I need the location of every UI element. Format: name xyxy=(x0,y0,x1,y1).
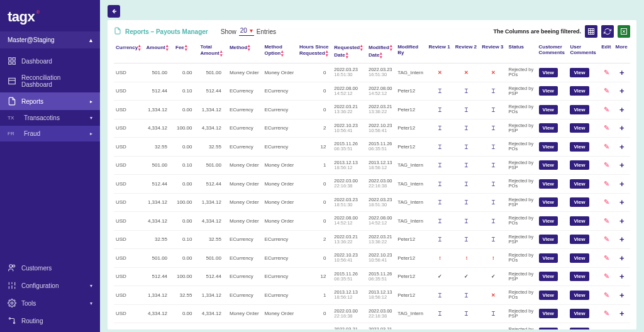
more-icon[interactable]: + xyxy=(619,68,625,77)
cell-edit: ✎ xyxy=(599,175,613,194)
edit-icon[interactable]: ✎ xyxy=(604,272,609,280)
col-modified[interactable]: Modified▴▾Date▴▾ xyxy=(367,40,396,64)
view-customer-button[interactable]: View xyxy=(539,142,558,152)
more-icon[interactable]: + xyxy=(619,105,625,114)
view-user-button[interactable]: View xyxy=(570,68,589,77)
view-customer-button[interactable]: View xyxy=(539,216,558,226)
col-method[interactable]: Method▴▾ xyxy=(228,40,262,64)
view-user-button[interactable]: View xyxy=(570,290,589,300)
edit-icon[interactable]: ✎ xyxy=(604,161,609,169)
edit-icon[interactable]: ✎ xyxy=(604,254,609,262)
col-total[interactable]: TotalAmount▴▾ xyxy=(198,40,227,64)
more-icon[interactable]: + xyxy=(619,160,625,170)
view-customer-button[interactable]: View xyxy=(539,309,558,318)
cell-rev2: ⌶ xyxy=(453,119,480,138)
more-icon[interactable]: + xyxy=(619,253,625,263)
col-fee[interactable]: Fee▴▾ xyxy=(174,40,198,64)
view-customer-button[interactable]: View xyxy=(539,105,558,114)
nav-configuration[interactable]: Configuration ▾ xyxy=(0,277,100,294)
col-hours[interactable]: Hours SinceRequested▴▾ xyxy=(297,40,332,64)
view-user-button[interactable]: View xyxy=(570,272,589,281)
col-review2[interactable]: Review 2 xyxy=(453,40,480,64)
edit-icon[interactable]: ✎ xyxy=(604,291,609,299)
view-customer-button[interactable]: View xyxy=(539,86,558,96)
col-requested[interactable]: Requested▴▾Date▴▾ xyxy=(332,40,367,64)
refresh-button[interactable] xyxy=(601,25,614,38)
col-amount[interactable]: Amount▴▾ xyxy=(145,40,174,64)
export-excel-button[interactable] xyxy=(618,25,630,38)
view-user-button[interactable]: View xyxy=(570,235,589,244)
col-review3[interactable]: Review 3 xyxy=(480,40,506,64)
view-customer-button[interactable]: View xyxy=(539,272,558,281)
reject-icon: ✕ xyxy=(491,70,496,75)
view-user-button[interactable]: View xyxy=(570,253,589,263)
nav-dashboard[interactable]: Dashboard xyxy=(0,52,100,70)
view-user-button[interactable]: View xyxy=(570,142,589,152)
more-icon[interactable]: + xyxy=(619,290,625,300)
col-user-comments[interactable]: UserComments xyxy=(568,40,599,64)
svg-rect-1 xyxy=(13,58,15,60)
view-user-button[interactable]: View xyxy=(570,160,589,170)
edit-icon[interactable]: ✎ xyxy=(604,180,609,187)
col-review1[interactable]: Review 1 xyxy=(426,40,453,64)
view-customer-button[interactable]: View xyxy=(539,197,558,207)
more-icon[interactable]: + xyxy=(619,272,625,281)
view-user-button[interactable]: View xyxy=(570,105,589,114)
nav-recon[interactable]: Reconciliation Dashboard xyxy=(0,70,100,92)
view-user-button[interactable]: View xyxy=(570,309,589,318)
table-wrap[interactable]: Currency▴▾ Amount▴▾ Fee▴▾ TotalAmount▴▾ … xyxy=(108,40,636,329)
main: Reports – Payouts Manager Show 20▾ Entri… xyxy=(100,0,644,332)
nav-routing[interactable]: Routing xyxy=(0,312,100,329)
edit-icon[interactable]: ✎ xyxy=(604,124,609,131)
edit-icon[interactable]: ✎ xyxy=(604,106,609,113)
more-icon[interactable]: + xyxy=(619,197,625,207)
col-method-option[interactable]: MethodOption▴▾ xyxy=(262,40,297,64)
col-edit[interactable]: Edit xyxy=(599,40,613,64)
more-icon[interactable]: + xyxy=(619,142,625,152)
view-customer-button[interactable]: View xyxy=(539,68,558,77)
more-icon[interactable]: + xyxy=(619,235,625,244)
nav-reports[interactable]: Reports ▸ xyxy=(0,92,100,110)
env-selector[interactable]: Master@Staging ▴ xyxy=(0,31,100,48)
view-user-button[interactable]: View xyxy=(570,123,589,133)
report-icon xyxy=(114,27,121,36)
nav-fraud[interactable]: FR Fraud ▸ xyxy=(0,126,100,141)
nav-customers[interactable]: Customers xyxy=(0,259,100,277)
view-customer-button[interactable]: View xyxy=(539,328,558,329)
col-more[interactable]: More xyxy=(613,40,630,64)
edit-icon[interactable]: ✎ xyxy=(604,198,609,206)
edit-icon[interactable]: ✎ xyxy=(604,69,609,76)
nav-tools[interactable]: Tools ▾ xyxy=(0,294,100,312)
edit-icon[interactable]: ✎ xyxy=(604,143,609,150)
col-status[interactable]: Status xyxy=(507,40,537,64)
grid-view-button[interactable] xyxy=(585,25,597,38)
view-customer-button[interactable]: View xyxy=(539,253,558,263)
view-customer-button[interactable]: View xyxy=(539,179,558,189)
more-icon[interactable]: + xyxy=(619,309,625,318)
edit-icon[interactable]: ✎ xyxy=(604,309,609,317)
col-modified-by[interactable]: ModifiedBy xyxy=(396,40,426,64)
more-icon[interactable]: + xyxy=(619,328,625,329)
view-user-button[interactable]: View xyxy=(570,86,589,96)
view-customer-button[interactable]: View xyxy=(539,235,558,244)
nav-transactions[interactable]: TX Transacotins ▾ xyxy=(0,110,100,126)
edit-icon[interactable]: ✎ xyxy=(604,235,609,243)
back-button[interactable] xyxy=(108,5,120,18)
view-user-button[interactable]: View xyxy=(570,179,589,189)
view-customer-button[interactable]: View xyxy=(539,290,558,300)
col-cust-comments[interactable]: CustomerComments xyxy=(537,40,569,64)
view-customer-button[interactable]: View xyxy=(539,123,558,133)
col-currency[interactable]: Currency▴▾ xyxy=(114,40,145,64)
view-customer-button[interactable]: View xyxy=(539,160,558,170)
view-user-button[interactable]: View xyxy=(570,216,589,226)
edit-icon[interactable]: ✎ xyxy=(604,328,609,329)
more-icon[interactable]: + xyxy=(619,179,625,189)
view-user-button[interactable]: View xyxy=(570,197,589,207)
entries-selector[interactable]: Show 20▾ Entries xyxy=(221,27,276,36)
view-user-button[interactable]: View xyxy=(570,328,589,329)
more-icon[interactable]: + xyxy=(619,86,625,96)
more-icon[interactable]: + xyxy=(619,123,625,133)
edit-icon[interactable]: ✎ xyxy=(604,217,609,224)
edit-icon[interactable]: ✎ xyxy=(604,87,609,94)
more-icon[interactable]: + xyxy=(619,216,625,226)
